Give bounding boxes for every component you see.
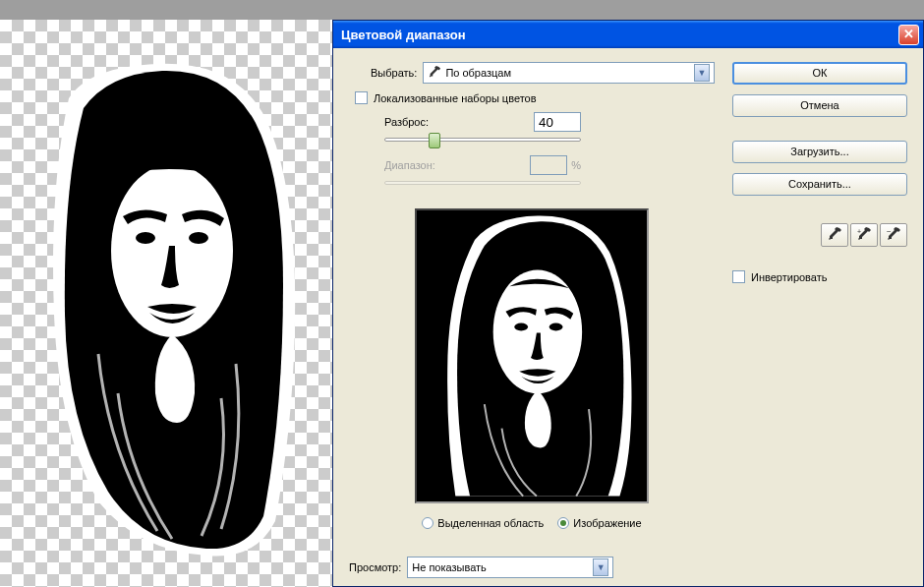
select-value: По образцам bbox=[445, 67, 690, 79]
select-dropdown[interactable]: По образцам ▼ bbox=[423, 62, 715, 84]
range-input bbox=[530, 155, 567, 175]
eyedropper-plus-icon: + bbox=[856, 227, 872, 243]
save-button[interactable]: Сохранить... bbox=[732, 173, 907, 196]
close-icon: ✕ bbox=[903, 27, 914, 41]
radio-selection[interactable]: Выделенная область bbox=[422, 517, 544, 529]
eyedropper-subtract-button[interactable]: − bbox=[880, 223, 907, 247]
svg-text:−: − bbox=[887, 227, 892, 236]
eyedropper-icon bbox=[827, 227, 842, 243]
eyedropper-sample-button[interactable] bbox=[821, 223, 848, 247]
svg-point-1 bbox=[136, 232, 155, 244]
select-label: Выбрать: bbox=[371, 67, 417, 79]
slider-thumb[interactable] bbox=[429, 133, 440, 148]
invert-checkbox[interactable] bbox=[732, 270, 745, 283]
localized-colors-label: Локализованные наборы цветов bbox=[374, 92, 537, 104]
eyedropper-minus-icon: − bbox=[886, 227, 901, 243]
svg-point-5 bbox=[514, 323, 528, 331]
eyedropper-icon bbox=[428, 66, 441, 80]
preview-mode-value: Не показывать bbox=[412, 561, 589, 573]
preview-mode-dropdown[interactable]: Не показывать ▼ bbox=[407, 557, 613, 578]
svg-text:+: + bbox=[857, 228, 861, 235]
selection-preview bbox=[415, 208, 649, 503]
localized-colors-checkbox[interactable] bbox=[355, 91, 368, 104]
preview-image bbox=[417, 210, 647, 501]
cancel-button[interactable]: Отмена bbox=[732, 94, 907, 117]
ok-button[interactable]: ОК bbox=[732, 62, 907, 85]
radio-icon bbox=[422, 517, 433, 529]
canvas-transparency-bg bbox=[0, 20, 334, 587]
fuzziness-input[interactable] bbox=[534, 112, 581, 132]
fuzziness-slider[interactable] bbox=[384, 138, 581, 142]
range-slider bbox=[384, 181, 581, 185]
eyedropper-add-button[interactable]: + bbox=[850, 223, 878, 247]
svg-point-6 bbox=[549, 323, 563, 331]
dialog-titlebar[interactable]: Цветовой диапазон ✕ bbox=[333, 21, 923, 48]
svg-point-2 bbox=[189, 232, 208, 244]
close-button[interactable]: ✕ bbox=[898, 25, 919, 45]
chevron-down-icon: ▼ bbox=[694, 64, 710, 82]
dialog-title: Цветовой диапазон bbox=[341, 28, 898, 42]
radio-image-label: Изображение bbox=[573, 517, 641, 529]
radio-selection-label: Выделенная область bbox=[437, 517, 544, 529]
color-range-dialog: Цветовой диапазон ✕ Выбрать: По образцам… bbox=[332, 20, 924, 587]
radio-image[interactable]: Изображение bbox=[557, 517, 641, 529]
radio-icon bbox=[557, 517, 569, 529]
preview-mode-label: Просмотр: bbox=[349, 561, 401, 573]
canvas-portrait-image bbox=[29, 59, 315, 560]
invert-label: Инвертировать bbox=[751, 271, 827, 283]
chevron-down-icon: ▼ bbox=[593, 558, 608, 576]
range-label: Диапазон: bbox=[384, 159, 435, 171]
load-button[interactable]: Загрузить... bbox=[732, 141, 907, 163]
fuzziness-label: Разброс: bbox=[384, 116, 429, 128]
range-unit: % bbox=[571, 159, 581, 171]
